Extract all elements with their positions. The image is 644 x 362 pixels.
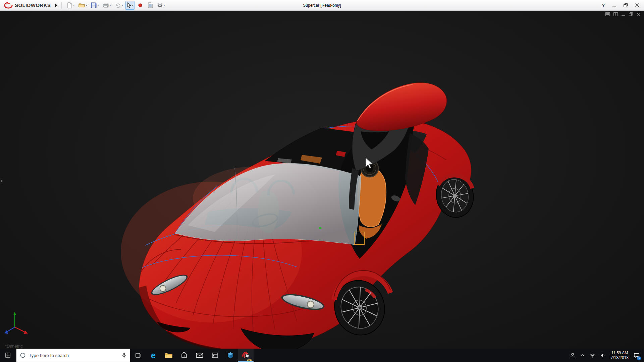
windshield[interactable] [175, 163, 361, 245]
people-icon [570, 353, 575, 358]
close-icon [635, 3, 639, 7]
clock-time: 11:59 AM [611, 351, 629, 355]
chevron-down-icon: ▾ [121, 4, 123, 7]
document-title: Supercar [Read-only] [303, 3, 341, 8]
file-properties-icon [148, 2, 153, 8]
terminal-window-icon [212, 352, 218, 359]
action-center-button[interactable]: 3 [632, 349, 642, 362]
system-tray: 11:59 AM 7/13/2018 3 [568, 349, 644, 362]
selection-point [319, 227, 321, 229]
open-folder-icon [78, 3, 85, 8]
save-icon [91, 2, 97, 8]
windows-taskbar: e [0, 349, 644, 362]
print-button[interactable]: ▾ [101, 1, 112, 10]
solidworks-logo: SOLIDWORKS [1, 2, 53, 9]
restore-icon [624, 3, 628, 7]
edge-button[interactable]: e [146, 349, 161, 362]
windows-logo-icon [5, 353, 11, 358]
left-panel-flyout[interactable] [0, 178, 3, 185]
minimize-button[interactable] [608, 1, 620, 10]
view-orientation-label: *Dimetric [5, 344, 23, 349]
chevron-down-icon: ▾ [163, 4, 165, 7]
orientation-triad [4, 312, 28, 334]
solidworks-taskbar-button[interactable]: 2017 [238, 349, 254, 362]
file-explorer-button[interactable] [161, 349, 176, 362]
minimize-icon [612, 3, 616, 7]
graphics-area[interactable]: *Dimetric [0, 11, 644, 349]
pane-button[interactable] [613, 12, 618, 16]
task-view-button[interactable] [130, 349, 146, 362]
doc-minimize-button[interactable] [622, 13, 625, 16]
save-button[interactable]: ▾ [90, 1, 100, 10]
mail-button[interactable] [192, 349, 207, 362]
taskbar-clock[interactable]: 11:59 AM 7/13/2018 [608, 349, 632, 362]
task-view-icon [135, 352, 141, 359]
float-window-button[interactable] [605, 12, 610, 16]
gear-icon [157, 3, 163, 8]
window-controls: ? [598, 1, 643, 10]
undo-icon [115, 3, 121, 8]
app-window-button[interactable] [207, 349, 223, 362]
menu-flyout-arrow[interactable] [53, 1, 59, 9]
hidden-icons-button[interactable] [578, 349, 588, 362]
brand-text: SOLIDWORKS [15, 2, 51, 8]
edge-icon: e [151, 351, 156, 360]
wifi-icon [590, 353, 595, 358]
options-button[interactable]: ▾ [156, 1, 166, 10]
folder-icon [165, 352, 173, 359]
mail-envelope-icon [196, 352, 203, 358]
cube-icon [227, 352, 234, 359]
supercar-model[interactable] [0, 11, 644, 349]
edrawings-button[interactable] [223, 349, 238, 362]
rebuild-button[interactable] [136, 1, 145, 10]
store-button[interactable] [176, 349, 192, 362]
taskbar-search[interactable] [16, 349, 130, 362]
file-properties-button[interactable] [146, 1, 155, 10]
clock-date: 7/13/2018 [611, 355, 629, 360]
open-button[interactable]: ▾ [77, 1, 88, 10]
close-button[interactable] [631, 1, 643, 10]
show-desktop-button[interactable] [642, 349, 644, 362]
ds-logo-icon [4, 2, 13, 9]
volume-icon [600, 353, 605, 358]
solidworks-titlebar: SOLIDWORKS ▾ ▾ ▾ [0, 0, 644, 11]
volume-button[interactable] [598, 349, 608, 362]
chevron-down-icon: ▾ [73, 4, 74, 7]
sw-year-badge: 2017 [247, 359, 252, 361]
chevron-down-icon: ▾ [86, 4, 87, 7]
standard-toolbar: ▾ ▾ ▾ ▾ ▾ [66, 1, 166, 10]
cortana-icon [20, 352, 26, 358]
start-button[interactable] [0, 349, 16, 362]
select-arrow-icon [127, 2, 131, 8]
network-button[interactable] [588, 349, 598, 362]
help-button[interactable]: ? [598, 1, 608, 10]
restore-button[interactable] [620, 1, 631, 10]
notification-badge: 3 [637, 356, 641, 360]
people-button[interactable] [568, 349, 578, 362]
rebuild-icon [138, 3, 142, 7]
chevron-down-icon: ▾ [132, 4, 133, 7]
document-window-controls [605, 12, 640, 16]
search-input[interactable] [29, 353, 119, 358]
chevron-down-icon: ▾ [109, 4, 111, 7]
new-document-icon [67, 2, 72, 8]
new-document-button[interactable]: ▾ [66, 1, 76, 10]
undo-button[interactable]: ▾ [113, 1, 124, 10]
toolbar-separator [61, 2, 62, 9]
select-tool-button[interactable]: ▾ [125, 1, 135, 10]
doc-close-button[interactable] [637, 13, 640, 16]
print-icon [103, 3, 109, 8]
chevron-up-icon [580, 353, 585, 358]
microphone-icon[interactable] [122, 352, 126, 358]
store-bag-icon [181, 352, 187, 359]
doc-restore-button[interactable] [629, 12, 633, 16]
chevron-down-icon: ▾ [97, 4, 99, 7]
